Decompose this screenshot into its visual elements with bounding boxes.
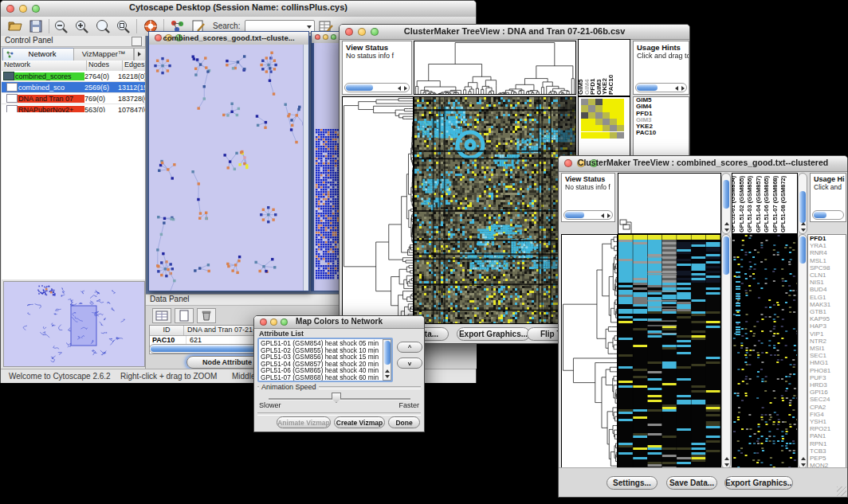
global-view-canvas[interactable] <box>732 235 797 468</box>
column-label[interactable]: GPL51-04 (GSM857) <box>755 176 763 232</box>
move-down-button[interactable]: v <box>397 357 422 369</box>
matrix-cell[interactable] <box>603 125 610 131</box>
open-folder-icon[interactable] <box>7 19 23 33</box>
scrollbar-thumb[interactable] <box>799 191 806 223</box>
button-save-data-[interactable]: Save Data... <box>666 476 717 490</box>
button-export-graphics-[interactable]: Export Graphics... <box>724 476 793 490</box>
column-tree-vscrollbar[interactable] <box>721 173 731 234</box>
col-header-nodes[interactable]: Nodes <box>87 61 123 71</box>
column-dendrogram-canvas[interactable] <box>618 174 720 233</box>
gene-label[interactable]: GPI16 <box>808 389 846 396</box>
scroll-down-icon[interactable] <box>801 463 806 467</box>
tab-vizmapper[interactable]: VizMapper™ <box>73 48 134 61</box>
treeview-combined-titlebar[interactable]: ClusterMaker TreeView : combined_scores_… <box>559 156 847 172</box>
matrix-cell[interactable] <box>617 112 624 119</box>
network-vertical-scrollbar[interactable] <box>303 45 308 291</box>
gene-label[interactable]: VIP1 <box>808 330 846 338</box>
scroll-left-icon[interactable] <box>601 213 604 218</box>
create-vizmap-button[interactable]: Create Vizmap <box>334 416 385 428</box>
gene-label[interactable]: PFD1 <box>808 235 846 242</box>
matrix-cell[interactable] <box>603 132 610 139</box>
list-item[interactable]: GPL51-07 (GSM868) heat shock 60 min <box>261 374 382 381</box>
gene-labels-list[interactable]: PFD1YRA1RNR4MSL1SPC98CLN1NIS1BUD4ELG1MAK… <box>807 234 846 469</box>
gene-label[interactable]: SPC98 <box>808 264 846 272</box>
scroll-left-icon[interactable] <box>398 86 401 91</box>
matrix-cell[interactable] <box>581 105 588 111</box>
gene-label[interactable]: MSL1 <box>808 257 846 264</box>
matrix-cell[interactable] <box>595 105 603 111</box>
column-label[interactable]: GPL51-01 (GSM854) <box>732 176 737 232</box>
heatmap-canvas[interactable] <box>414 97 575 323</box>
new-attribute-icon[interactable] <box>175 308 194 323</box>
slider-thumb[interactable] <box>332 393 341 403</box>
col-header-network[interactable]: Network <box>2 61 87 71</box>
column-label[interactable]: PAC10 <box>608 75 614 95</box>
matrix-cell[interactable] <box>610 132 617 139</box>
column-dendrogram-pane[interactable] <box>618 173 721 234</box>
gene-label[interactable]: PEP5 <box>808 455 846 462</box>
row-dendrogram-canvas[interactable] <box>562 235 617 468</box>
gene-label[interactable]: SEC24 <box>808 396 846 403</box>
attribute-list-vscrollbar[interactable] <box>383 339 391 381</box>
column-label[interactable]: GPL51-07 (GSM868) <box>771 176 779 232</box>
gene-label[interactable]: FIG4 <box>808 411 846 418</box>
button-settings-[interactable]: Settings... <box>607 476 658 490</box>
gene-label[interactable]: SEC1 <box>808 352 846 359</box>
matrix-cell[interactable] <box>588 112 595 119</box>
heatmap-vscrollbar[interactable] <box>721 234 731 469</box>
gene-label[interactable]: KAP95 <box>808 315 846 322</box>
scroll-down-icon[interactable] <box>801 229 806 232</box>
matrix-cell[interactable] <box>617 99 624 105</box>
gene-label[interactable]: ELG1 <box>808 294 846 301</box>
delete-attribute-icon[interactable] <box>197 308 216 323</box>
column-label[interactable]: GPL51-02 (GSM855) <box>738 176 746 232</box>
gene-label[interactable]: YSH1 <box>808 418 846 425</box>
scroll-down-icon[interactable] <box>724 463 729 467</box>
matrix-cell[interactable] <box>603 105 610 111</box>
matrix-cell[interactable] <box>588 119 595 125</box>
scroll-up-icon[interactable] <box>801 457 806 460</box>
done-button[interactable]: Done <box>388 416 420 428</box>
zoom-window-icon[interactable] <box>331 34 336 40</box>
heatmap-canvas[interactable] <box>618 235 720 468</box>
matrix-cell[interactable] <box>588 132 595 139</box>
column-dendrogram-pane[interactable] <box>414 41 576 95</box>
column-label[interactable]: GIM5 <box>578 79 583 95</box>
column-label[interactable]: GPL51-06 (GSM865) <box>763 176 771 232</box>
gene-label[interactable]: RPO21 <box>808 425 846 432</box>
zoom-selected-icon[interactable] <box>116 19 132 33</box>
view-status-scrollbar[interactable] <box>563 210 613 220</box>
treeview-dna-titlebar[interactable]: ClusterMaker TreeView : DNA and Tran 07-… <box>340 25 689 40</box>
matrix-cell[interactable] <box>610 99 617 105</box>
matrix-cell[interactable] <box>603 119 610 125</box>
gene-label[interactable]: HAP3 <box>808 322 846 330</box>
gene-list-vscrollbar[interactable] <box>798 234 807 469</box>
col-header-edges[interactable]: Edges <box>123 61 145 71</box>
attribute-list[interactable]: GPL51-01 (GSM854) heat shock 05 minGPL51… <box>257 338 393 382</box>
matrix-cell[interactable] <box>617 125 624 131</box>
usage-hints-scrollbar[interactable] <box>635 83 687 92</box>
network-window-2-titlebar[interactable] <box>312 32 341 44</box>
scroll-down-icon[interactable] <box>724 229 729 232</box>
float-panel-icon[interactable] <box>132 37 142 46</box>
gene-label[interactable]: PAN1 <box>808 432 846 440</box>
scrollbar-thumb[interactable] <box>723 180 729 209</box>
matrix-cell[interactable] <box>610 119 617 125</box>
birdseye-view[interactable] <box>3 281 145 367</box>
heatmap-pane[interactable] <box>618 234 721 469</box>
scroll-up-icon[interactable] <box>724 222 729 225</box>
minimize-icon[interactable] <box>323 34 328 40</box>
matrix-cell[interactable] <box>595 99 603 105</box>
select-attributes-icon[interactable] <box>152 308 171 323</box>
scroll-up-icon[interactable] <box>801 222 806 225</box>
matrix-cell[interactable] <box>617 105 624 111</box>
scrollbar-thumb[interactable] <box>814 212 826 218</box>
matrix-cell[interactable] <box>595 112 603 119</box>
scrollbar-thumb[interactable] <box>799 236 806 264</box>
scroll-down-icon[interactable] <box>385 375 390 378</box>
scrollbar-thumb[interactable] <box>384 341 391 365</box>
dialog-titlebar[interactable]: Map Colors to Network <box>254 316 424 329</box>
move-up-button[interactable]: ^ <box>397 342 422 353</box>
scroll-up-icon[interactable] <box>385 369 390 373</box>
gene-label[interactable]: PHO81 <box>808 367 846 374</box>
